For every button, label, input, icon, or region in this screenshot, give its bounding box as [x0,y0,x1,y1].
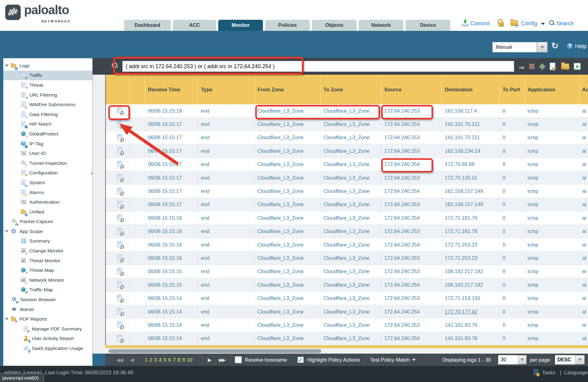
sidebar-item-user-activity-report[interactable]: ▮User Activity Report [3,334,92,344]
page-size-dropdown-button[interactable] [518,355,527,364]
sidebar-item-threat[interactable]: ×Threat [3,80,92,90]
log-detail-icon[interactable] [117,161,124,168]
highlight-policy-checkbox[interactable]: ✓ [297,356,304,363]
sidebar-item-packet-capture[interactable]: ▬Packet Capture [3,217,92,227]
sidebar-collapse-handle[interactable]: ◂ [90,170,93,176]
config-chevron-down-icon[interactable] [541,23,545,25]
sidebar-item-botnet[interactable]: Botnet [3,305,92,314]
export-csv-icon[interactable]: X [573,63,581,70]
resolve-hostname-checkbox[interactable] [235,356,242,363]
sidebar-item-wildfire-submissions[interactable]: ▲WildFire Submissions [3,100,92,110]
sidebar-item-network-monitor[interactable]: ▲Network Monitor [3,275,92,285]
config-button[interactable]: Config [521,20,537,27]
tasks-link[interactable]: Tasks [542,370,555,376]
col-header-receive-time[interactable]: Receive Time [145,75,198,104]
tab-dashboard[interactable]: Dashboard [124,20,171,31]
sidebar-item-session-browser[interactable]: ⇄Session Browser [3,295,92,305]
log-detail-icon[interactable] [117,147,124,155]
log-detail-icon[interactable] [117,308,124,315]
col-header-to-zone[interactable]: To Zone [321,75,382,104]
expand-triangle-icon[interactable] [5,230,9,233]
log-detail-icon[interactable] [117,214,124,222]
log-detail-icon[interactable] [117,174,124,181]
page-number-9[interactable]: 9 [182,357,185,363]
log-row[interactable]: 06/06 15:15:15endCloudflare_L3_ZoneCloud… [106,265,588,278]
log-detail-icon[interactable] [117,107,124,114]
refresh-interval-select[interactable]: Manual [492,42,537,52]
log-row[interactable]: 06/06 15:15:17endCloudflare_L3_ZoneCloud… [106,198,588,211]
commit-button[interactable]: Commit [470,20,490,27]
sidebar-item-manage-pdf-summary[interactable]: ▼Manage PDF Summary [3,324,92,334]
sidebar-item-traffic-map[interactable]: ⇄Traffic Map [3,285,92,295]
save-filter-icon[interactable] [549,62,556,70]
log-row[interactable]: 06/06 15:15:14endCloudflare_L3_ZoneCloud… [106,332,588,345]
log-row[interactable]: 06/06 15:15:17endCloudflare_L3_ZoneCloud… [106,171,588,185]
page-number-3[interactable]: 3 [154,357,157,363]
col-header-destination[interactable]: Destination [442,75,500,104]
log-detail-icon[interactable] [117,335,124,342]
refresh-icon[interactable]: ↻ [551,41,558,51]
log-detail-icon[interactable] [117,228,124,235]
sidebar-item-authentication[interactable]: Authentication [3,197,92,207]
refresh-interval-dropdown-button[interactable] [537,42,548,52]
page-number-4[interactable]: 4 [159,357,162,363]
last-page-button[interactable]: ▶▶ [219,354,225,366]
sidebar-item-traffic[interactable]: ⇄Traffic [3,71,92,81]
scrollbar-thumb[interactable] [108,349,321,353]
log-row[interactable]: 06/06 15:15:17endCloudflare_L3_ZoneCloud… [106,118,588,131]
prev-page-button[interactable]: ◀ [130,354,133,366]
expand-triangle-icon[interactable] [5,64,9,67]
sort-order-dropdown-button[interactable] [575,355,585,364]
sidebar-item-data-filtering[interactable]: ≡Data Filtering [3,110,92,119]
sidebar-item-system[interactable]: ▬System [3,178,92,188]
language-link[interactable]: Language [564,370,588,376]
col-header-source[interactable]: Source [382,75,442,104]
log-row[interactable]: 06/06 15:15:17endCloudflare_L3_ZoneCloud… [106,185,588,198]
log-detail-icon[interactable] [117,281,124,289]
search-button[interactable]: Search [556,20,574,27]
log-detail-icon[interactable] [117,321,124,329]
log-detail-icon[interactable] [117,254,124,262]
sidebar-item-pdf-reports[interactable]: ▼PDF Reports [3,314,92,324]
sidebar-item-threat-monitor[interactable]: Threat Monitor [3,256,92,266]
col-header-ac[interactable]: Ac [579,75,588,104]
clear-filter-icon[interactable]: × [527,61,536,71]
page-number-6[interactable]: 6 [168,357,171,363]
log-row[interactable]: 06/06 15:15:14endCloudflare_L3_ZoneCloud… [106,292,588,305]
sidebar-item-user-id[interactable]: User-ID [3,148,92,158]
log-row[interactable]: 06/06 15:15:17endCloudflare_L3_ZoneCloud… [106,131,588,144]
tab-policies[interactable]: Policies [265,20,310,31]
tab-acc[interactable]: ACC [173,20,216,31]
log-filter-input[interactable] [122,61,514,72]
sidebar-item-ip-tag[interactable]: ▣IP-Tag [3,139,92,149]
log-detail-icon[interactable] [117,201,124,208]
tab-device[interactable]: Device [406,20,450,31]
tab-objects[interactable]: Objects [312,20,357,31]
tab-monitor[interactable]: Monitor [218,20,263,31]
page-number-8[interactable]: 8 [177,357,180,363]
page-number-7[interactable]: 7 [173,357,176,363]
col-header-application[interactable]: Application [525,75,579,104]
log-detail-icon[interactable] [117,268,124,275]
add-filter-icon[interactable]: + [538,61,547,71]
help-icon[interactable]: ? [566,43,574,50]
log-detail-icon[interactable] [117,134,124,141]
log-row[interactable]: 06/06 15:15:17endCloudflare_L3_ZoneCloud… [106,158,588,171]
sort-order-select[interactable]: DESC [555,355,575,364]
log-row[interactable]: 06/06 15:15:16endCloudflare_L3_ZoneCloud… [106,211,588,225]
log-row[interactable]: 06/06 15:15:16endCloudflare_L3_ZoneCloud… [106,238,588,251]
log-row[interactable]: 06/06 15:15:15endCloudflare_L3_ZoneCloud… [106,278,588,292]
log-row[interactable]: 06/06 15:15:19endCloudflare_L3_ZoneCloud… [106,104,588,118]
test-policy-match-button[interactable]: Test Policy Match [370,354,415,366]
horizontal-scrollbar[interactable] [105,348,588,354]
page-number-2[interactable]: 2 [149,357,152,363]
sidebar-item-change-monitor[interactable]: ↘Change Monitor [3,246,92,256]
log-detail-icon[interactable] [117,121,124,128]
sidebar-item-configuration[interactable]: ✳Configuration [3,168,92,178]
log-row[interactable]: 06/06 15:15:17endCloudflare_L3_ZoneCloud… [106,144,588,158]
page-size-select[interactable]: 30 [498,355,518,364]
tab-network[interactable]: Network [359,20,403,31]
log-detail-icon[interactable] [117,188,124,195]
log-row[interactable]: 06/06 15:15:16endCloudflare_L3_ZoneCloud… [106,225,588,238]
sidebar-item-url-filtering[interactable]: ●URL Filtering [3,90,92,100]
